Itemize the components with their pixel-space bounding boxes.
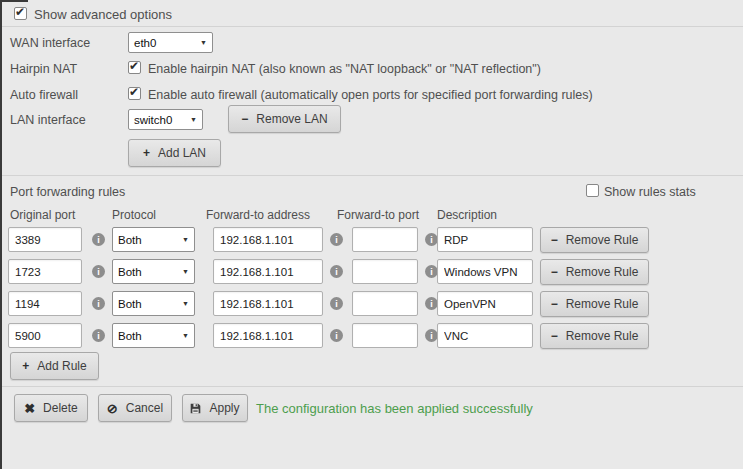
remove-rule-button[interactable]: − Remove Rule [540,227,649,253]
apply-button[interactable]: Apply [182,394,248,422]
minus-icon: − [551,233,558,247]
section-divider [2,26,743,27]
delete-button-label: Delete [43,401,78,415]
original-port-input[interactable] [8,291,82,316]
protocol-select[interactable]: Both ▼ [112,291,195,316]
forward-to-address-input[interactable] [213,323,323,348]
remove-rule-button-label: Remove Rule [566,329,639,343]
protocol-selected-value: Both [118,234,142,246]
chevron-down-icon: ▼ [200,39,207,46]
column-header-original-port: Original port [10,208,75,222]
panel-edge-top [0,0,28,2]
plus-icon: + [143,146,150,160]
lan-interface-select[interactable]: switch0 ▼ [128,109,203,130]
info-icon[interactable]: i [92,265,105,278]
remove-rule-button-label: Remove Rule [566,265,639,279]
minus-icon: − [551,329,558,343]
wan-interface-label: WAN interface [10,36,90,50]
description-input[interactable] [437,291,533,316]
show-rules-stats-checkbox[interactable] [586,184,599,197]
forward-to-address-input[interactable] [213,227,323,252]
rule-row: i Both ▼ i i − Remove Rule [0,259,743,286]
add-rule-button[interactable]: + Add Rule [10,352,99,380]
plus-icon: + [22,359,29,373]
original-port-input[interactable] [8,323,82,348]
add-lan-button-label: Add LAN [158,146,206,160]
remove-rule-button[interactable]: − Remove Rule [540,259,649,285]
chevron-down-icon: ▼ [190,116,197,123]
info-icon[interactable]: i [92,329,105,342]
forward-to-port-input[interactable] [352,259,418,284]
show-rules-stats-label: Show rules stats [604,185,696,199]
original-port-input[interactable] [8,259,82,284]
add-rule-button-label: Add Rule [37,359,86,373]
info-icon[interactable]: i [330,233,343,246]
protocol-selected-value: Both [118,330,142,342]
remove-rule-button[interactable]: − Remove Rule [540,323,649,349]
protocol-selected-value: Both [118,266,142,278]
section-divider [2,386,743,387]
forward-to-port-input[interactable] [352,227,418,252]
column-header-description: Description [437,208,497,222]
lan-interface-label: LAN interface [10,113,86,127]
lan-interface-selected-value: switch0 [134,114,172,126]
auto-firewall-description: Enable auto firewall (automatically open… [148,88,593,102]
minus-icon: − [551,265,558,279]
port-forwarding-rules-title: Port forwarding rules [10,185,125,199]
protocol-select[interactable]: Both ▼ [112,259,195,284]
rule-row: i Both ▼ i i − Remove Rule [0,227,743,254]
remove-lan-button[interactable]: − Remove LAN [228,105,341,133]
wan-interface-select[interactable]: eth0 ▼ [128,32,213,53]
info-icon[interactable]: i [330,329,343,342]
chevron-down-icon: ▼ [182,332,189,339]
chevron-down-icon: ▼ [182,300,189,307]
minus-icon: − [551,297,558,311]
chevron-down-icon: ▼ [182,268,189,275]
column-header-forward-to-port: Forward-to port [337,208,419,222]
info-icon[interactable]: i [330,297,343,310]
minus-icon: − [241,112,248,126]
protocol-selected-value: Both [118,298,142,310]
remove-rule-button-label: Remove Rule [566,297,639,311]
section-divider [2,175,743,176]
description-input[interactable] [437,323,533,348]
forward-to-port-input[interactable] [352,323,418,348]
wan-interface-selected-value: eth0 [134,37,156,49]
port-forwarding-panel: Show advanced options WAN interface eth0… [0,0,743,469]
save-icon [190,403,201,414]
hairpin-nat-checkbox[interactable] [128,61,141,74]
hairpin-nat-label: Hairpin NAT [10,62,77,76]
status-message: The configuration has been applied succe… [256,401,533,416]
delete-icon: ✖ [24,401,35,416]
forward-to-port-input[interactable] [352,291,418,316]
remove-rule-button-label: Remove Rule [566,233,639,247]
auto-firewall-label: Auto firewall [10,88,78,102]
auto-firewall-checkbox[interactable] [128,87,141,100]
info-icon[interactable]: i [330,265,343,278]
forward-to-address-input[interactable] [213,291,323,316]
description-input[interactable] [437,259,533,284]
apply-button-label: Apply [209,401,239,415]
protocol-select[interactable]: Both ▼ [112,323,195,348]
column-header-protocol: Protocol [112,208,156,222]
show-advanced-options-label: Show advanced options [34,7,172,22]
forward-to-address-input[interactable] [213,259,323,284]
remove-rule-button[interactable]: − Remove Rule [540,291,649,317]
cancel-button[interactable]: ⊘ Cancel [98,394,172,422]
original-port-input[interactable] [8,227,82,252]
remove-lan-button-label: Remove LAN [256,112,327,126]
rule-row: i Both ▼ i i − Remove Rule [0,291,743,318]
column-header-forward-to-address: Forward-to address [206,208,310,222]
rule-row: i Both ▼ i i − Remove Rule [0,323,743,350]
delete-button[interactable]: ✖ Delete [14,394,88,422]
description-input[interactable] [437,227,533,252]
cancel-button-label: Cancel [126,401,163,415]
add-lan-button[interactable]: + Add LAN [128,139,221,167]
hairpin-nat-description: Enable hairpin NAT (also known as "NAT l… [148,62,541,76]
chevron-down-icon: ▼ [182,236,189,243]
info-icon[interactable]: i [92,233,105,246]
show-advanced-options-checkbox[interactable] [14,7,27,20]
info-icon[interactable]: i [92,297,105,310]
protocol-select[interactable]: Both ▼ [112,227,195,252]
cancel-icon: ⊘ [107,401,118,416]
